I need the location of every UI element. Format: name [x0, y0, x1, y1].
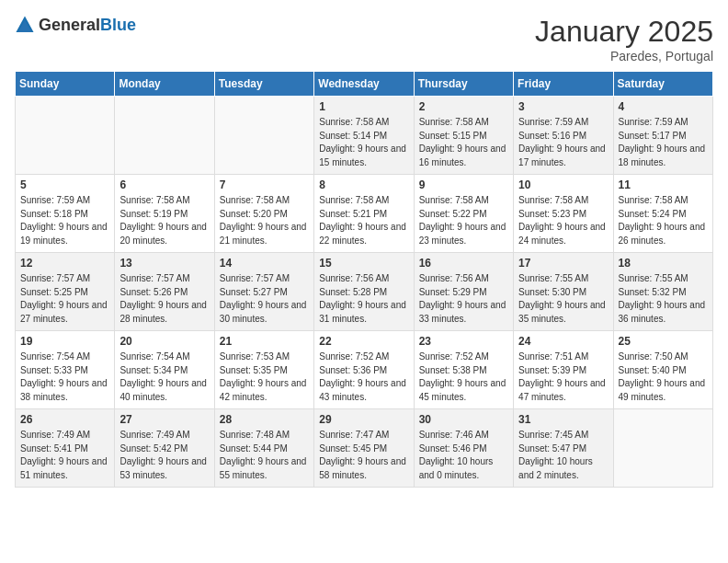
- day-number: 5: [20, 178, 109, 191]
- calendar-cell: 7Sunrise: 7:58 AMSunset: 5:20 PMDaylight…: [214, 175, 313, 253]
- cell-content: Sunrise: 7:57 AMSunset: 5:25 PMDaylight:…: [20, 272, 109, 326]
- calendar-cell: 24Sunrise: 7:51 AMSunset: 5:39 PMDayligh…: [514, 331, 613, 409]
- calendar-cell: [214, 97, 313, 175]
- calendar-cell: 30Sunrise: 7:46 AMSunset: 5:46 PMDayligh…: [414, 409, 513, 488]
- logo-general-text: GeneralBlue: [39, 16, 136, 35]
- weekday-header: Thursday: [414, 72, 513, 97]
- cell-content: Sunrise: 7:49 AMSunset: 5:42 PMDaylight:…: [119, 429, 209, 482]
- calendar-cell: 10Sunrise: 7:58 AMSunset: 5:23 PMDayligh…: [514, 175, 613, 253]
- day-number: 7: [220, 178, 309, 191]
- cell-content: Sunrise: 7:52 AMSunset: 5:36 PMDaylight:…: [319, 350, 408, 404]
- calendar-cell: 2Sunrise: 7:58 AMSunset: 5:15 PMDaylight…: [414, 97, 513, 175]
- cell-content: Sunrise: 7:47 AMSunset: 5:45 PMDaylight:…: [319, 429, 408, 482]
- day-number: 21: [220, 335, 309, 348]
- weekday-header: Wednesday: [314, 72, 414, 97]
- day-number: 8: [319, 178, 408, 191]
- day-number: 4: [619, 100, 708, 113]
- calendar-cell: 26Sunrise: 7:49 AMSunset: 5:41 PMDayligh…: [16, 409, 115, 488]
- cell-content: Sunrise: 7:58 AMSunset: 5:23 PMDaylight:…: [518, 194, 608, 247]
- calendar-cell: 18Sunrise: 7:55 AMSunset: 5:32 PMDayligh…: [613, 253, 712, 331]
- calendar-cell: [16, 97, 115, 175]
- day-number: 13: [119, 257, 209, 270]
- cell-content: Sunrise: 7:54 AMSunset: 5:34 PMDaylight:…: [119, 350, 209, 404]
- cell-content: Sunrise: 7:58 AMSunset: 5:22 PMDaylight:…: [419, 194, 508, 247]
- cell-content: Sunrise: 7:54 AMSunset: 5:33 PMDaylight:…: [20, 350, 109, 404]
- title-block: January 2025 Paredes, Portugal: [535, 15, 713, 63]
- logo: GeneralBlue: [15, 15, 136, 35]
- weekday-header-row: SundayMondayTuesdayWednesdayThursdayFrid…: [16, 72, 713, 97]
- calendar-cell: 27Sunrise: 7:49 AMSunset: 5:42 PMDayligh…: [115, 409, 214, 488]
- cell-content: Sunrise: 7:58 AMSunset: 5:20 PMDaylight:…: [220, 194, 309, 247]
- page-header: GeneralBlue January 2025 Paredes, Portug…: [15, 15, 713, 63]
- day-number: 30: [419, 413, 508, 426]
- cell-content: Sunrise: 7:56 AMSunset: 5:29 PMDaylight:…: [419, 272, 508, 326]
- day-number: 17: [518, 257, 608, 270]
- calendar-cell: 16Sunrise: 7:56 AMSunset: 5:29 PMDayligh…: [414, 253, 513, 331]
- calendar-cell: 3Sunrise: 7:59 AMSunset: 5:16 PMDaylight…: [514, 97, 613, 175]
- calendar-cell: 21Sunrise: 7:53 AMSunset: 5:35 PMDayligh…: [214, 331, 313, 409]
- month-title: January 2025: [535, 15, 713, 49]
- calendar-cell: 15Sunrise: 7:56 AMSunset: 5:28 PMDayligh…: [314, 253, 414, 331]
- calendar-cell: 23Sunrise: 7:52 AMSunset: 5:38 PMDayligh…: [414, 331, 513, 409]
- cell-content: Sunrise: 7:52 AMSunset: 5:38 PMDaylight:…: [419, 350, 508, 404]
- cell-content: Sunrise: 7:59 AMSunset: 5:16 PMDaylight:…: [518, 116, 608, 169]
- day-number: 22: [319, 335, 408, 348]
- day-number: 6: [119, 178, 209, 191]
- calendar-cell: 12Sunrise: 7:57 AMSunset: 5:25 PMDayligh…: [16, 253, 115, 331]
- calendar-cell: 22Sunrise: 7:52 AMSunset: 5:36 PMDayligh…: [314, 331, 414, 409]
- calendar-cell: [115, 97, 214, 175]
- day-number: 14: [220, 257, 309, 270]
- day-number: 1: [319, 100, 408, 113]
- day-number: 29: [319, 413, 408, 426]
- day-number: 23: [419, 335, 508, 348]
- day-number: 20: [119, 335, 209, 348]
- logo-icon: [15, 15, 35, 35]
- day-number: 31: [518, 413, 608, 426]
- day-number: 18: [619, 257, 708, 270]
- cell-content: Sunrise: 7:50 AMSunset: 5:40 PMDaylight:…: [619, 350, 708, 404]
- calendar-cell: 29Sunrise: 7:47 AMSunset: 5:45 PMDayligh…: [314, 409, 414, 488]
- calendar-cell: 4Sunrise: 7:59 AMSunset: 5:17 PMDaylight…: [613, 97, 712, 175]
- weekday-header: Friday: [514, 72, 613, 97]
- day-number: 26: [20, 413, 109, 426]
- calendar-cell: 17Sunrise: 7:55 AMSunset: 5:30 PMDayligh…: [514, 253, 613, 331]
- day-number: 9: [419, 178, 508, 191]
- calendar-week-row: 19Sunrise: 7:54 AMSunset: 5:33 PMDayligh…: [16, 331, 713, 409]
- cell-content: Sunrise: 7:57 AMSunset: 5:27 PMDaylight:…: [220, 272, 309, 326]
- day-number: 10: [518, 178, 608, 191]
- cell-content: Sunrise: 7:58 AMSunset: 5:24 PMDaylight:…: [619, 194, 708, 247]
- calendar-cell: 28Sunrise: 7:48 AMSunset: 5:44 PMDayligh…: [214, 409, 313, 488]
- day-number: 2: [419, 100, 508, 113]
- calendar-cell: [613, 409, 712, 488]
- day-number: 15: [319, 257, 408, 270]
- cell-content: Sunrise: 7:58 AMSunset: 5:15 PMDaylight:…: [419, 116, 508, 169]
- calendar-cell: 13Sunrise: 7:57 AMSunset: 5:26 PMDayligh…: [115, 253, 214, 331]
- weekday-header: Tuesday: [214, 72, 313, 97]
- calendar-week-row: 5Sunrise: 7:59 AMSunset: 5:18 PMDaylight…: [16, 175, 713, 253]
- cell-content: Sunrise: 7:58 AMSunset: 5:19 PMDaylight:…: [119, 194, 209, 247]
- day-number: 27: [119, 413, 209, 426]
- cell-content: Sunrise: 7:49 AMSunset: 5:41 PMDaylight:…: [20, 429, 109, 482]
- calendar-cell: 1Sunrise: 7:58 AMSunset: 5:14 PMDaylight…: [314, 97, 414, 175]
- cell-content: Sunrise: 7:58 AMSunset: 5:21 PMDaylight:…: [319, 194, 408, 247]
- cell-content: Sunrise: 7:51 AMSunset: 5:39 PMDaylight:…: [518, 350, 608, 404]
- calendar-week-row: 1Sunrise: 7:58 AMSunset: 5:14 PMDaylight…: [16, 97, 713, 175]
- cell-content: Sunrise: 7:48 AMSunset: 5:44 PMDaylight:…: [220, 429, 309, 482]
- cell-content: Sunrise: 7:45 AMSunset: 5:47 PMDaylight:…: [518, 429, 608, 482]
- calendar-cell: 31Sunrise: 7:45 AMSunset: 5:47 PMDayligh…: [514, 409, 613, 488]
- calendar-cell: 20Sunrise: 7:54 AMSunset: 5:34 PMDayligh…: [115, 331, 214, 409]
- calendar-cell: 8Sunrise: 7:58 AMSunset: 5:21 PMDaylight…: [314, 175, 414, 253]
- cell-content: Sunrise: 7:55 AMSunset: 5:32 PMDaylight:…: [619, 272, 708, 326]
- cell-content: Sunrise: 7:59 AMSunset: 5:17 PMDaylight:…: [619, 116, 708, 169]
- day-number: 25: [619, 335, 708, 348]
- calendar-cell: 9Sunrise: 7:58 AMSunset: 5:22 PMDaylight…: [414, 175, 513, 253]
- cell-content: Sunrise: 7:58 AMSunset: 5:14 PMDaylight:…: [319, 116, 408, 169]
- cell-content: Sunrise: 7:55 AMSunset: 5:30 PMDaylight:…: [518, 272, 608, 326]
- calendar-cell: 19Sunrise: 7:54 AMSunset: 5:33 PMDayligh…: [16, 331, 115, 409]
- cell-content: Sunrise: 7:46 AMSunset: 5:46 PMDaylight:…: [419, 429, 508, 482]
- calendar-cell: 25Sunrise: 7:50 AMSunset: 5:40 PMDayligh…: [613, 331, 712, 409]
- day-number: 16: [419, 257, 508, 270]
- calendar-table: SundayMondayTuesdayWednesdayThursdayFrid…: [15, 71, 713, 488]
- day-number: 12: [20, 257, 109, 270]
- calendar-cell: 6Sunrise: 7:58 AMSunset: 5:19 PMDaylight…: [115, 175, 214, 253]
